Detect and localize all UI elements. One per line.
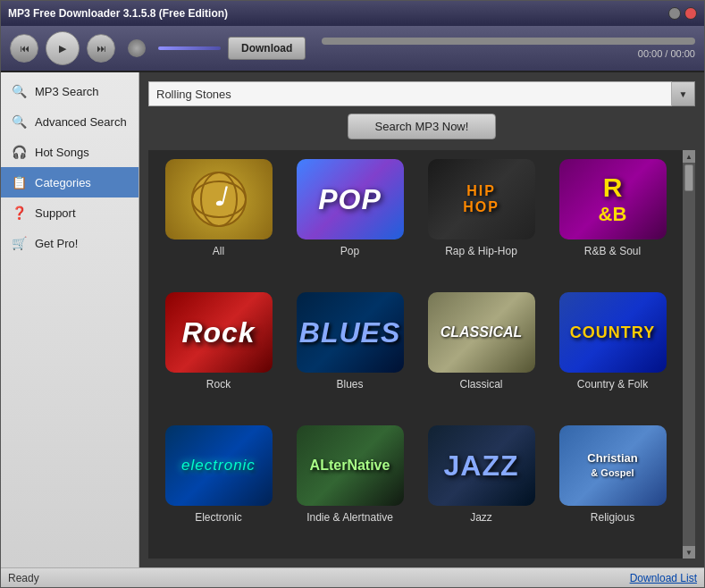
status-bar: Ready Download List xyxy=(1,567,704,587)
toolbar: ⏮ ▶ ⏭ Download 00:00 / 00:00 xyxy=(1,26,704,72)
category-jazz[interactable]: JAZZ Jazz xyxy=(420,425,542,550)
support-icon: ❓ xyxy=(10,204,28,222)
scroll-up-arrow[interactable]: ▲ xyxy=(683,150,695,163)
title-bar: MP3 Free Downloader 3.1.5.8 (Free Editio… xyxy=(1,1,704,26)
status-text: Ready xyxy=(8,572,39,584)
sidebar-item-mp3-search[interactable]: 🔍 MP3 Search xyxy=(1,76,138,106)
advanced-search-icon: 🔍 xyxy=(10,113,28,130)
volume-icon xyxy=(128,39,146,57)
sidebar-item-advanced-search[interactable]: 🔍 Advanced Search xyxy=(1,106,138,137)
sidebar-item-label: Hot Songs xyxy=(35,146,89,159)
category-pop-label: Pop xyxy=(340,245,359,257)
download-list-anchor[interactable]: Download List xyxy=(630,572,697,584)
rewind-button[interactable]: ⏮ xyxy=(10,34,38,63)
search-bar: ▼ xyxy=(148,81,695,106)
category-all-label: All xyxy=(213,245,224,257)
category-rock[interactable]: Rock Rock xyxy=(157,292,280,416)
search-dropdown-button[interactable]: ▼ xyxy=(672,81,695,106)
sidebar: 🔍 MP3 Search 🔍 Advanced Search 🎧 Hot Son… xyxy=(1,72,139,567)
categories-grid: ♩ All POP Pop xyxy=(148,150,683,559)
category-blues-image: BLUES xyxy=(297,292,404,373)
categories-icon: 📋 xyxy=(10,173,28,191)
category-electronic[interactable]: electronic Electronic xyxy=(157,425,280,550)
category-jazz-label: Jazz xyxy=(470,511,492,524)
category-rnb[interactable]: R &B R&B & Soul xyxy=(551,159,674,283)
minimize-button[interactable] xyxy=(668,7,681,20)
play-button[interactable]: ▶ xyxy=(46,31,80,65)
sidebar-item-label: MP3 Search xyxy=(35,85,99,98)
category-rnb-label: R&B & Soul xyxy=(584,245,641,257)
category-blues[interactable]: BLUES Blues xyxy=(289,292,411,416)
category-jazz-image: JAZZ xyxy=(428,425,535,506)
category-blues-label: Blues xyxy=(336,378,363,391)
category-country-image: COUNTRY xyxy=(559,292,667,373)
sidebar-item-label: Advanced Search xyxy=(35,115,127,129)
category-religious-image: Christian & Gospel xyxy=(559,425,667,506)
category-hiphop[interactable]: HIP HOP Rap & Hip-Hop xyxy=(420,159,542,283)
progress-bar[interactable] xyxy=(322,38,695,45)
category-all[interactable]: ♩ All xyxy=(157,159,280,283)
sidebar-item-label: Get Pro! xyxy=(35,237,78,250)
title-bar-text: MP3 Free Downloader 3.1.5.8 (Free Editio… xyxy=(8,7,228,20)
sidebar-item-categories[interactable]: 📋 Categories xyxy=(1,167,138,197)
category-religious[interactable]: Christian & Gospel Religious xyxy=(551,425,674,550)
scrollbar[interactable]: ▲ ▼ xyxy=(683,150,695,559)
hot-songs-icon: 🎧 xyxy=(10,143,28,161)
scroll-thumb[interactable] xyxy=(684,164,693,191)
progress-area: 00:00 / 00:00 xyxy=(322,38,695,59)
search-input[interactable] xyxy=(148,81,672,106)
sidebar-item-label: Categories xyxy=(35,176,91,189)
category-rock-label: Rock xyxy=(206,378,231,391)
category-electronic-label: Electronic xyxy=(195,511,242,524)
sidebar-item-support[interactable]: ❓ Support xyxy=(1,197,138,228)
search-icon: 🔍 xyxy=(10,82,28,100)
sidebar-item-hot-songs[interactable]: 🎧 Hot Songs xyxy=(1,137,138,167)
category-electronic-image: electronic xyxy=(165,425,273,506)
sidebar-item-get-pro[interactable]: 🛒 Get Pro! xyxy=(1,228,138,258)
forward-button[interactable]: ⏭ xyxy=(87,34,115,63)
category-rock-image: Rock xyxy=(165,292,273,373)
sidebar-item-label: Support xyxy=(35,206,76,220)
category-country-label: Country & Folk xyxy=(577,378,648,391)
category-country[interactable]: COUNTRY Country & Folk xyxy=(551,292,674,416)
category-religious-label: Religious xyxy=(591,511,634,524)
search-mp3-button[interactable]: Search MP3 Now! xyxy=(348,113,497,139)
category-pop-image: POP xyxy=(297,159,404,239)
volume-slider[interactable] xyxy=(158,46,221,50)
category-classical[interactable]: CLASSICAL Classical xyxy=(420,292,542,416)
close-button[interactable] xyxy=(684,7,697,20)
category-indie[interactable]: ALterNative Indie & Alertnative xyxy=(289,425,411,550)
time-display: 00:00 / 00:00 xyxy=(322,48,695,59)
category-classical-label: Classical xyxy=(459,378,502,391)
get-pro-icon: 🛒 xyxy=(10,234,28,252)
download-button[interactable]: Download xyxy=(228,37,306,60)
category-classical-image: CLASSICAL xyxy=(428,292,535,373)
category-hiphop-label: Rap & Hip-Hop xyxy=(445,245,517,257)
content-area: ▼ Search MP3 Now! ♩ xyxy=(139,72,704,567)
main-window: MP3 Free Downloader 3.1.5.8 (Free Editio… xyxy=(0,0,705,588)
title-bar-buttons xyxy=(668,7,697,20)
scroll-down-arrow[interactable]: ▼ xyxy=(683,546,695,559)
category-all-image: ♩ xyxy=(165,159,273,239)
main-content: 🔍 MP3 Search 🔍 Advanced Search 🎧 Hot Son… xyxy=(1,72,704,567)
category-rnb-image: R &B xyxy=(559,159,667,239)
category-pop[interactable]: POP Pop xyxy=(289,159,411,283)
download-list-link[interactable]: Download List xyxy=(630,572,697,584)
category-indie-label: Indie & Alertnative xyxy=(306,511,393,524)
category-hiphop-image: HIP HOP xyxy=(428,159,535,239)
category-indie-image: ALterNative xyxy=(297,425,404,506)
